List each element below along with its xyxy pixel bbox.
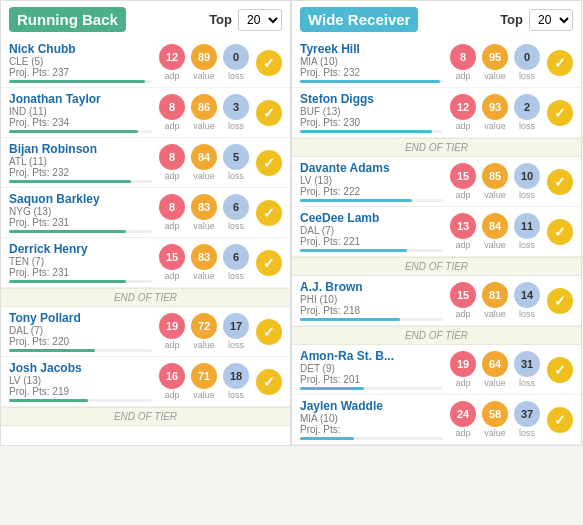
check-icon[interactable]: ✓ bbox=[256, 150, 282, 176]
stat-badge-loss: 37loss bbox=[513, 401, 541, 438]
check-icon[interactable]: ✓ bbox=[547, 169, 573, 195]
stat-num-loss: 6 bbox=[223, 244, 249, 270]
stat-num-value: 93 bbox=[482, 94, 508, 120]
stat-badge-value: 83value bbox=[190, 194, 218, 231]
player-info: Davante AdamsLV (13)Proj. Pts: 222 bbox=[300, 161, 443, 202]
stat-badge-loss: 10loss bbox=[513, 163, 541, 200]
player-name[interactable]: Jonathan Taylor bbox=[9, 92, 152, 106]
stat-label-value: value bbox=[193, 171, 215, 181]
check-icon[interactable]: ✓ bbox=[256, 200, 282, 226]
stat-badge-adp: 8adp bbox=[158, 144, 186, 181]
rb-panel: Running Back Top 20 10 30 Nick ChubbCLE … bbox=[0, 0, 291, 446]
stat-label-adp: adp bbox=[455, 428, 470, 438]
stat-num-value: 72 bbox=[191, 313, 217, 339]
player-stats: 12adp89value0loss bbox=[158, 44, 250, 81]
check-icon[interactable]: ✓ bbox=[547, 357, 573, 383]
progress-bar bbox=[9, 80, 145, 83]
player-name[interactable]: A.J. Brown bbox=[300, 280, 443, 294]
stat-label-value: value bbox=[193, 390, 215, 400]
wr-top-label: Top bbox=[500, 12, 523, 27]
stat-badge-value: 81value bbox=[481, 282, 509, 319]
progress-bar-wrap bbox=[9, 230, 152, 233]
check-icon[interactable]: ✓ bbox=[256, 100, 282, 126]
stat-badge-value: 89value bbox=[190, 44, 218, 81]
table-row: Amon-Ra St. B...DET (9)Proj. Pts: 20119a… bbox=[292, 345, 581, 395]
stat-num-adp: 8 bbox=[159, 144, 185, 170]
stat-label-loss: loss bbox=[519, 240, 535, 250]
stat-num-adp: 16 bbox=[159, 363, 185, 389]
check-icon[interactable]: ✓ bbox=[547, 50, 573, 76]
wr-panel: Wide Receiver Top 20 10 30 Tyreek HillMI… bbox=[291, 0, 582, 446]
check-icon[interactable]: ✓ bbox=[256, 369, 282, 395]
wr-top-select[interactable]: 20 10 30 bbox=[529, 9, 573, 31]
stat-badge-adp: 15adp bbox=[449, 163, 477, 200]
stat-label-adp: adp bbox=[455, 378, 470, 388]
player-team: BUF (13) bbox=[300, 106, 443, 117]
stat-num-adp: 8 bbox=[159, 194, 185, 220]
stat-label-loss: loss bbox=[228, 121, 244, 131]
player-name[interactable]: CeeDee Lamb bbox=[300, 211, 443, 225]
check-icon[interactable]: ✓ bbox=[256, 50, 282, 76]
tier-divider: END OF TIER bbox=[292, 138, 581, 157]
table-row: Derrick HenryTEN (7)Proj. Pts: 23115adp8… bbox=[1, 238, 290, 288]
check-icon[interactable]: ✓ bbox=[547, 100, 573, 126]
player-team: TEN (7) bbox=[9, 256, 152, 267]
stat-badge-loss: 0loss bbox=[513, 44, 541, 81]
stat-label-value: value bbox=[484, 121, 506, 131]
check-icon[interactable]: ✓ bbox=[256, 250, 282, 276]
progress-bar-wrap bbox=[300, 199, 443, 202]
player-name[interactable]: Jaylen Waddle bbox=[300, 399, 443, 413]
progress-bar-wrap bbox=[300, 80, 443, 83]
stat-label-loss: loss bbox=[519, 378, 535, 388]
player-team: LV (13) bbox=[300, 175, 443, 186]
player-name[interactable]: Josh Jacobs bbox=[9, 361, 152, 375]
table-row: Nick ChubbCLE (5)Proj. Pts: 23712adp89va… bbox=[1, 38, 290, 88]
stat-label-adp: adp bbox=[164, 71, 179, 81]
player-team: LV (13) bbox=[9, 375, 152, 386]
stat-num-value: 89 bbox=[191, 44, 217, 70]
player-name[interactable]: Stefon Diggs bbox=[300, 92, 443, 106]
stat-num-value: 71 bbox=[191, 363, 217, 389]
stat-badge-adp: 19adp bbox=[158, 313, 186, 350]
player-team: NYG (13) bbox=[9, 206, 152, 217]
stat-label-loss: loss bbox=[519, 121, 535, 131]
stat-num-adp: 15 bbox=[450, 163, 476, 189]
stat-badge-value: 83value bbox=[190, 244, 218, 281]
stat-num-adp: 12 bbox=[159, 44, 185, 70]
stat-num-value: 58 bbox=[482, 401, 508, 427]
progress-bar-wrap bbox=[300, 318, 443, 321]
stat-num-loss: 10 bbox=[514, 163, 540, 189]
player-name[interactable]: Davante Adams bbox=[300, 161, 443, 175]
player-team: MIA (10) bbox=[300, 413, 443, 424]
table-row: Jaylen WaddleMIA (10)Proj. Pts:24adp58va… bbox=[292, 395, 581, 445]
player-name[interactable]: Tyreek Hill bbox=[300, 42, 443, 56]
player-name[interactable]: Bijan Robinson bbox=[9, 142, 152, 156]
player-name[interactable]: Amon-Ra St. B... bbox=[300, 349, 443, 363]
stat-num-value: 83 bbox=[191, 194, 217, 220]
player-name[interactable]: Derrick Henry bbox=[9, 242, 152, 256]
stat-label-value: value bbox=[193, 340, 215, 350]
player-proj: Proj. Pts: 222 bbox=[300, 186, 443, 197]
stat-badge-adp: 8adp bbox=[158, 94, 186, 131]
player-stats: 16adp71value18loss bbox=[158, 363, 250, 400]
stat-label-value: value bbox=[484, 378, 506, 388]
check-icon[interactable]: ✓ bbox=[547, 288, 573, 314]
player-stats: 15adp85value10loss bbox=[449, 163, 541, 200]
wr-title: Wide Receiver bbox=[300, 7, 418, 32]
check-icon[interactable]: ✓ bbox=[547, 407, 573, 433]
rb-top-select[interactable]: 20 10 30 bbox=[238, 9, 282, 31]
player-name[interactable]: Saquon Barkley bbox=[9, 192, 152, 206]
stat-label-adp: adp bbox=[455, 121, 470, 131]
player-stats: 19adp64value31loss bbox=[449, 351, 541, 388]
stat-label-loss: loss bbox=[228, 390, 244, 400]
player-proj: Proj. Pts: 232 bbox=[300, 67, 443, 78]
check-icon[interactable]: ✓ bbox=[547, 219, 573, 245]
player-name[interactable]: Tony Pollard bbox=[9, 311, 152, 325]
player-name[interactable]: Nick Chubb bbox=[9, 42, 152, 56]
stat-num-loss: 2 bbox=[514, 94, 540, 120]
check-icon[interactable]: ✓ bbox=[256, 319, 282, 345]
table-row: Jonathan TaylorIND (11)Proj. Pts: 2348ad… bbox=[1, 88, 290, 138]
stat-num-adp: 8 bbox=[159, 94, 185, 120]
player-stats: 12adp93value2loss bbox=[449, 94, 541, 131]
progress-bar bbox=[9, 399, 88, 402]
